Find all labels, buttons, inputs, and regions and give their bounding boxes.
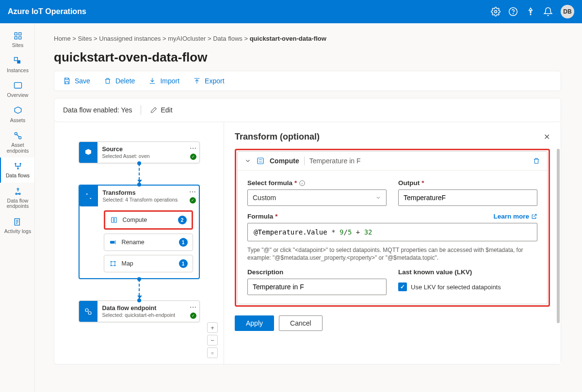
sidebar-item-overview[interactable]: Overview (0, 77, 34, 102)
more-icon[interactable]: ⋯ (190, 145, 196, 152)
description-input[interactable] (247, 279, 387, 295)
divider (304, 157, 305, 165)
toolbar-label: Save (75, 77, 90, 85)
svg-point-0 (495, 11, 497, 13)
op-compute[interactable]: Compute2 (104, 210, 193, 230)
op-map[interactable]: Map1 (104, 255, 193, 272)
endpoint-node[interactable]: Data flow endpoint Selected: quickstart-… (79, 300, 200, 322)
sidebar-item-instances[interactable]: Instances (0, 52, 34, 78)
node-title: Source (102, 146, 194, 153)
sidebar-item-data-flow-endpoints[interactable]: Data flow endpoints (0, 183, 34, 213)
sidebar-item-label: Overview (7, 93, 29, 98)
output-input[interactable] (398, 189, 537, 206)
avatar[interactable]: DB (561, 5, 574, 18)
svg-rect-17 (110, 241, 114, 243)
op-rename[interactable]: Rename1 (104, 234, 193, 251)
flow-canvas[interactable]: Source Selected Asset: oven ⋯ Trans (54, 122, 224, 364)
sidebar-item-label: Data flows (6, 173, 30, 179)
output-label: Output * (398, 179, 537, 187)
svg-point-19 (114, 261, 115, 263)
breadcrumb-link[interactable]: Sites (78, 35, 92, 42)
sidebar-item-data-flows[interactable]: Data flows (0, 157, 34, 183)
sidebar-item-assets[interactable]: Assets (0, 102, 34, 127)
card-title: Compute (270, 157, 299, 165)
export-button[interactable]: Export (193, 77, 224, 85)
status-bar: Data flow enabled: Yes Edit (54, 98, 561, 122)
svg-point-14 (18, 193, 20, 194)
import-button[interactable]: Import (148, 77, 179, 85)
op-count: 1 (179, 259, 188, 268)
feedback-icon[interactable] (526, 7, 535, 16)
lkv-checkbox[interactable] (398, 282, 407, 291)
transform-panel: Transform (optional) ✕ Compute Temperatu… (224, 122, 561, 364)
svg-point-18 (110, 261, 112, 263)
help-icon[interactable] (508, 7, 518, 16)
bell-icon[interactable] (543, 7, 553, 16)
breadcrumb-link[interactable]: myAIOcluster (168, 35, 206, 42)
zoom-in-button[interactable]: + (207, 322, 218, 333)
svg-point-12 (17, 188, 18, 189)
formula-input[interactable]: @Temperature.Value * 9/5 + 32 (247, 223, 537, 241)
transforms-node[interactable]: Transforms Selected: 4 Transform operati… (79, 185, 200, 279)
close-icon[interactable]: ✕ (544, 132, 550, 141)
op-count: 1 (179, 238, 188, 247)
breadcrumb: Home > Sites > Unassigned instances > my… (54, 31, 561, 50)
svg-point-20 (110, 265, 112, 267)
select-formula-label: Select formula * (247, 179, 387, 187)
status-ok-icon (190, 313, 196, 319)
sidebar-item-activity-logs[interactable]: Activity logs (0, 213, 34, 238)
op-count: 2 (178, 216, 187, 224)
op-label: Map (122, 260, 133, 267)
info-icon[interactable] (299, 180, 306, 187)
edit-button[interactable]: Edit (150, 106, 172, 114)
more-icon[interactable]: ⋯ (189, 188, 196, 195)
svg-point-23 (88, 312, 91, 314)
delete-button[interactable]: Delete (104, 77, 135, 85)
scrollbar[interactable] (557, 149, 560, 323)
formula-label: Formula * (247, 213, 278, 220)
toolbar: Save Delete Import Export (54, 71, 561, 91)
op-label: Compute (123, 217, 147, 223)
svg-point-1 (509, 8, 517, 16)
sidebar-item-label: Data flow endpoints (2, 198, 33, 209)
formula-hint: Type "@" or click "<datapoint>" to selec… (247, 246, 537, 262)
more-icon[interactable]: ⋯ (190, 304, 196, 311)
chevron-down-icon (375, 195, 381, 201)
apply-button[interactable]: Apply (235, 315, 274, 331)
formula-select[interactable]: Custom (247, 189, 387, 206)
svg-point-11 (17, 168, 18, 170)
compute-icon (256, 157, 265, 165)
source-node[interactable]: Source Selected Asset: oven ⋯ (79, 141, 200, 163)
gear-icon[interactable] (491, 7, 501, 16)
chevron-down-icon[interactable] (244, 157, 251, 164)
lkv-checkbox-label: Use LKV for selected datapoints (411, 283, 501, 291)
svg-rect-5 (17, 60, 20, 63)
node-subtitle: Selected: 4 Transform operations (103, 197, 194, 203)
breadcrumb-link[interactable]: Data flows (213, 35, 242, 42)
status-ok-icon (190, 154, 196, 160)
svg-rect-6 (14, 82, 21, 88)
sidebar-item-label: Activity logs (4, 229, 31, 235)
svg-point-9 (15, 163, 16, 165)
learn-more-link[interactable]: Learn more (493, 213, 537, 220)
trash-icon[interactable] (533, 157, 540, 165)
node-title: Data flow endpoint (102, 305, 194, 312)
fit-button[interactable]: ▫ (207, 347, 218, 358)
cancel-button[interactable]: Cancel (279, 315, 323, 331)
sidebar-item-sites[interactable]: Sites (0, 27, 34, 52)
status-label: Data flow enabled: Yes (63, 106, 132, 114)
breadcrumb-link[interactable]: Unassigned instances (99, 35, 161, 42)
toolbar-label: Import (160, 77, 179, 85)
toolbar-label: Export (205, 77, 224, 85)
divider (141, 105, 141, 115)
toolbar-label: Delete (115, 77, 135, 85)
panel-title: Transform (optional) (235, 132, 320, 142)
zoom-out-button[interactable]: − (207, 335, 218, 345)
node-subtitle: Selected Asset: oven (102, 153, 194, 159)
lkv-label: Last known value (LKV) (398, 268, 537, 276)
save-button[interactable]: Save (63, 77, 90, 85)
endpoint-icon (79, 301, 97, 322)
sidebar-item-label: Asset endpoints (2, 142, 33, 154)
breadcrumb-link[interactable]: Home (54, 35, 71, 42)
sidebar-item-asset-endpoints[interactable]: Asset endpoints (0, 127, 34, 157)
